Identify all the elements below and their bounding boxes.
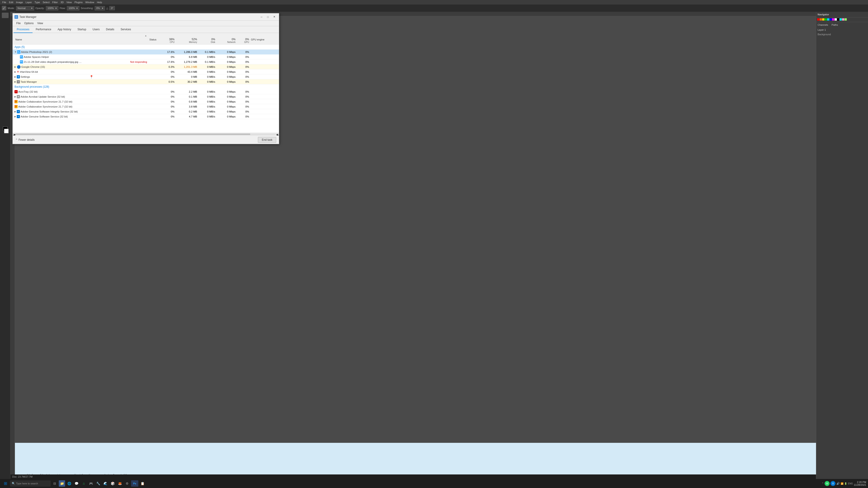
ps-tool-history[interactable] [2, 60, 8, 66]
ps-brush-icon[interactable]: 🖊 [2, 6, 6, 10]
ps-menu-help[interactable]: Help [96, 0, 103, 4]
table-row[interactable]: ▶ ⊡ Task Manager 0.5% 30.2 MB 0 MB/s 0 M… [13, 79, 279, 84]
tab-details[interactable]: Details [103, 26, 118, 33]
table-row[interactable]: Ps Adobe Spaces Helper 0% 6.8 MB 0 MB/s … [13, 55, 279, 59]
tm-maximize-button[interactable]: □ [265, 14, 271, 20]
ps-tool-eyedropper[interactable] [2, 37, 8, 42]
scroll-thumb[interactable] [16, 133, 250, 135]
col-header-memory[interactable]: 52% Memory [176, 38, 198, 43]
ps-tool-move[interactable] [2, 13, 8, 18]
ps-tool-dodge[interactable] [2, 84, 8, 89]
ps-flow-select[interactable]: 100%▾ [67, 6, 79, 10]
tm-body[interactable]: Apps (5) ▼ Ps Adobe Photoshop 2021 (2) 1… [13, 44, 279, 133]
table-row[interactable]: Ps 21-11-28 Dell video dispatch preparat… [13, 59, 279, 64]
end-task-button[interactable]: End task [258, 137, 276, 143]
ps-menu-3d[interactable]: 3D [59, 0, 65, 4]
tm-menu-view[interactable]: View [35, 21, 45, 26]
ps-menu-view[interactable]: View [65, 0, 73, 4]
ps-tool-zoom[interactable] [2, 119, 8, 124]
ps-tool-brush[interactable] [2, 48, 8, 54]
table-row[interactable]: ▶ ⚙ Settings 📍 0% 0 MB 0 MB/s 0 Mbps 0% [13, 74, 279, 79]
col-header-gpu[interactable]: 0% GPU [237, 38, 250, 43]
expand-chevron[interactable]: ▶ [14, 66, 16, 68]
tm-title: Task Manager [20, 15, 36, 19]
process-cpu: 0% [157, 95, 176, 98]
table-row[interactable]: ▶ ✳ IrfanView 64-bit 0% 43.4 MB 0 MB/s 0… [13, 69, 279, 74]
scroll-left-btn[interactable]: ◀ [13, 133, 15, 135]
ps-tool-healing[interactable] [2, 42, 8, 48]
scroll-up-indicator: ▲ [14, 34, 277, 37]
ps-tool-select[interactable] [2, 19, 8, 24]
ps-menu-type[interactable]: Type [33, 0, 41, 4]
table-row[interactable]: ▶ A Adobe Genuine Software Integrity Ser… [13, 109, 279, 114]
tab-users[interactable]: Users [89, 26, 103, 33]
ps-background-color[interactable] [4, 129, 8, 133]
process-memory: 3.8 MB [176, 105, 198, 108]
ps-tool-gradient[interactable] [2, 72, 8, 77]
table-row[interactable]: A Adobe Collaboration Synchronizer 21.7 … [13, 99, 279, 104]
ps-tool-shape[interactable] [2, 107, 8, 112]
tab-startup[interactable]: Startup [74, 26, 90, 33]
tab-performance[interactable]: Performance [33, 26, 55, 33]
process-network: 0 Mbps [216, 95, 237, 98]
process-memory: 1,201.3 MB [176, 66, 198, 68]
tab-processes[interactable]: Processes [13, 26, 33, 33]
expand-chevron[interactable]: ▶ [14, 80, 16, 83]
table-row[interactable]: A AcroTray (32 bit) 0% 2.2 MB 0 MB/s 0 M… [13, 89, 279, 94]
tm-icon: ⊡ [14, 15, 18, 19]
table-row[interactable]: ▶ A Adobe Genuine Software Service (32 b… [13, 114, 279, 119]
fewer-details-button[interactable]: ⌃ Fewer details [16, 138, 35, 141]
ps-tool-blur[interactable] [2, 78, 8, 83]
ps-menu-filter[interactable]: Filter [51, 0, 59, 4]
col-header-cpu[interactable]: 38% CPU [157, 38, 176, 43]
col-header-disk[interactable]: 0% Disk [198, 38, 216, 43]
ps-menu-image[interactable]: Image [15, 0, 24, 4]
col-header-status[interactable]: Status [130, 38, 157, 43]
ps-menu-window[interactable]: Window [84, 0, 96, 4]
expand-chevron[interactable]: ▶ [14, 110, 16, 113]
ps-tool-text[interactable] [2, 95, 8, 101]
tm-menu-file[interactable]: File [14, 21, 22, 26]
ps-menu-file[interactable]: File [1, 0, 8, 4]
tm-minimize-button[interactable]: ─ [258, 14, 265, 20]
tab-app-history[interactable]: App history [55, 26, 74, 33]
tm-close-button[interactable]: ✕ [271, 14, 277, 20]
process-cpu: 0% [157, 56, 176, 58]
ps-tool-crop[interactable] [2, 31, 8, 36]
expand-chevron[interactable]: ▼ [14, 51, 17, 53]
fewer-details-label: Fewer details [19, 138, 35, 141]
ps-tool-clone[interactable] [2, 54, 8, 60]
adobe-collab-icon1: A [14, 100, 18, 103]
ps-mode-select[interactable]: Normal▾ [16, 6, 34, 10]
table-row[interactable]: ▶ 🔵 Google Chrome (15) 0.3% 1,201.3 MB 0… [13, 64, 279, 69]
col-header-name[interactable]: Name [14, 38, 130, 43]
tm-title-buttons: ─ □ ✕ [258, 14, 277, 20]
table-row[interactable]: ▶ ■ Adobe Acrobat Update Service (32 bit… [13, 94, 279, 99]
tm-menu-options[interactable]: Options [22, 21, 35, 26]
ps-tool-path[interactable] [2, 101, 8, 107]
scroll-right-btn[interactable]: ▶ [277, 133, 278, 135]
ps-menu-select[interactable]: Select [41, 0, 51, 4]
expand-chevron[interactable]: ▶ [14, 96, 16, 98]
ps-tool-lasso[interactable] [2, 25, 8, 30]
table-row[interactable]: ▼ Ps Adobe Photoshop 2021 (2) 17.6% 1,28… [13, 50, 279, 55]
ps-opacity-select[interactable]: 100%▾ [46, 6, 58, 10]
expand-chevron[interactable]: ▶ [14, 76, 16, 78]
col-header-network[interactable]: 0% Network [216, 38, 237, 43]
process-disk: 0 MB/s [198, 75, 216, 78]
tm-horizontal-scrollbar[interactable]: ◀ ▶ [13, 133, 279, 135]
expand-chevron[interactable]: ▶ [14, 116, 16, 118]
col-header-gpu-engine[interactable]: GPU engine [250, 38, 277, 43]
ps-smoothing-select[interactable]: 0%▾ [95, 6, 105, 10]
tab-services[interactable]: Services [118, 26, 134, 33]
ps-tool-pen[interactable] [2, 90, 8, 95]
ps-menu-layer[interactable]: Layer [24, 0, 33, 4]
expand-chevron[interactable]: ▶ [14, 71, 16, 73]
table-row[interactable]: A Adobe Collaboration Synchronizer 21.7 … [13, 104, 279, 109]
ps-left-toolbar [0, 12, 10, 184]
ps-menu-plugins[interactable]: Plugins [73, 0, 84, 4]
irfan-icon: ✳ [17, 70, 19, 73]
ps-tool-eraser[interactable] [2, 66, 8, 71]
ps-menu-edit[interactable]: Edit [8, 0, 15, 4]
ps-tool-hand[interactable] [2, 113, 8, 119]
